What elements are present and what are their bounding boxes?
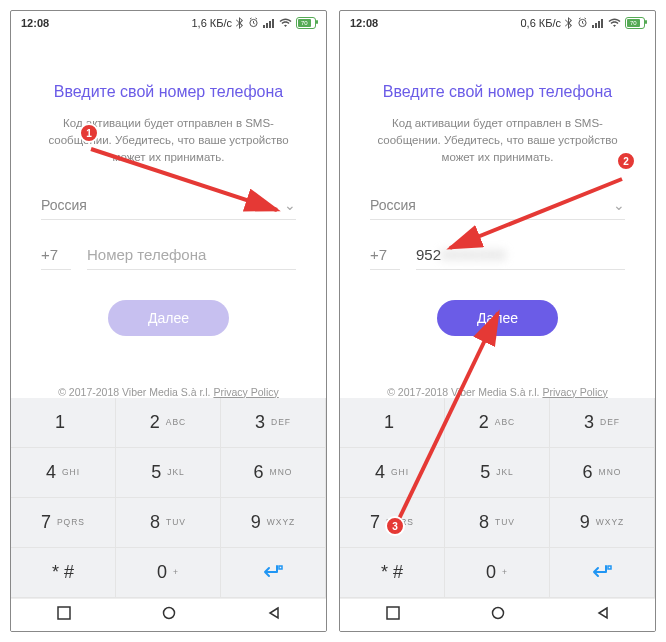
svg-rect-1 bbox=[263, 25, 265, 28]
key-0[interactable]: 0+ bbox=[116, 548, 221, 598]
key-4[interactable]: 4GHI bbox=[11, 448, 116, 498]
country-value: Россия bbox=[370, 197, 416, 213]
status-right: 0,6 КБ/с 70 bbox=[520, 17, 645, 29]
key-7[interactable]: 7PQRS bbox=[11, 498, 116, 548]
wifi-icon bbox=[279, 18, 292, 28]
key-symbols[interactable]: * # bbox=[11, 548, 116, 598]
svg-rect-2 bbox=[266, 23, 268, 28]
key-1[interactable]: 1 bbox=[11, 398, 116, 448]
svg-point-17 bbox=[492, 607, 503, 618]
key-2[interactable]: 2ABC bbox=[116, 398, 221, 448]
phone-screen-1: 12:08 1,6 КБ/с 70 Введите свой номер тел… bbox=[10, 10, 327, 632]
nav-home-icon[interactable] bbox=[162, 606, 176, 624]
key-3[interactable]: 3DEF bbox=[221, 398, 326, 448]
numeric-keypad: 1 2ABC 3DEF 4GHI 5JKL 6MNO 7PQRS 8TUV 9W… bbox=[340, 398, 655, 598]
wifi-icon bbox=[608, 18, 621, 28]
key-0[interactable]: 0+ bbox=[445, 548, 550, 598]
key-enter[interactable] bbox=[221, 548, 326, 598]
nav-back-icon[interactable] bbox=[596, 606, 610, 624]
page-subtitle: Код активации будет отправлен в SMS-сооб… bbox=[41, 115, 296, 167]
key-symbols[interactable]: * # bbox=[340, 548, 445, 598]
annotation-badge-3: 3 bbox=[385, 516, 405, 536]
svg-rect-6 bbox=[279, 566, 282, 569]
key-9[interactable]: 9WXYZ bbox=[550, 498, 655, 548]
privacy-link[interactable]: Privacy Policy bbox=[542, 386, 607, 398]
signal-icon bbox=[592, 18, 604, 28]
key-1[interactable]: 1 bbox=[340, 398, 445, 448]
nav-back-icon[interactable] bbox=[267, 606, 281, 624]
country-value: Россия bbox=[41, 197, 87, 213]
next-button[interactable]: Далее bbox=[437, 300, 558, 336]
key-8[interactable]: 8TUV bbox=[445, 498, 550, 548]
svg-rect-11 bbox=[595, 23, 597, 28]
status-right: 1,6 КБ/с 70 bbox=[191, 17, 316, 29]
key-2[interactable]: 2ABC bbox=[445, 398, 550, 448]
status-bar: 12:08 1,6 КБ/с 70 bbox=[11, 11, 326, 33]
battery-icon: 70 bbox=[625, 17, 645, 29]
key-6[interactable]: 6MNO bbox=[221, 448, 326, 498]
page-subtitle: Код активации будет отправлен в SMS-сооб… bbox=[370, 115, 625, 167]
svg-rect-10 bbox=[592, 25, 594, 28]
numeric-keypad: 1 2ABC 3DEF 4GHI 5JKL 6MNO 7PQRS 8TUV 9W… bbox=[11, 398, 326, 598]
nav-recent-icon[interactable] bbox=[386, 606, 400, 624]
chevron-down-icon: ⌄ bbox=[284, 197, 296, 213]
svg-rect-16 bbox=[387, 607, 399, 619]
svg-rect-12 bbox=[598, 21, 600, 28]
phone-prefix: +7 bbox=[370, 246, 400, 270]
phone-masked: 0000000 bbox=[441, 246, 506, 263]
phone-value: 952 bbox=[416, 246, 441, 263]
phone-screen-2: 12:08 0,6 КБ/с 70 Введите свой номер тел… bbox=[339, 10, 656, 632]
status-bar: 12:08 0,6 КБ/с 70 bbox=[340, 11, 655, 33]
key-9[interactable]: 9WXYZ bbox=[221, 498, 326, 548]
key-5[interactable]: 5JKL bbox=[445, 448, 550, 498]
annotation-badge-2: 2 bbox=[616, 151, 636, 171]
phone-input[interactable]: 9520000000 bbox=[416, 246, 625, 270]
signal-icon bbox=[263, 18, 275, 28]
key-3[interactable]: 3DEF bbox=[550, 398, 655, 448]
svg-rect-15 bbox=[608, 566, 611, 569]
nav-recent-icon[interactable] bbox=[57, 606, 71, 624]
data-rate: 0,6 КБ/с bbox=[520, 17, 561, 29]
bluetooth-icon bbox=[236, 17, 244, 29]
android-navbar bbox=[11, 598, 326, 631]
status-time: 12:08 bbox=[350, 17, 378, 29]
page-title: Введите свой номер телефона bbox=[370, 83, 625, 101]
status-time: 12:08 bbox=[21, 17, 49, 29]
key-enter[interactable] bbox=[550, 548, 655, 598]
page-title: Введите свой номер телефона bbox=[41, 83, 296, 101]
next-button[interactable]: Далее bbox=[108, 300, 229, 336]
android-navbar bbox=[340, 598, 655, 631]
footer-text: © 2017-2018 Viber Media S.à r.l. Privacy… bbox=[41, 386, 296, 398]
phone-placeholder: Номер телефона bbox=[87, 246, 206, 263]
key-6[interactable]: 6MNO bbox=[550, 448, 655, 498]
alarm-icon bbox=[577, 17, 588, 28]
key-8[interactable]: 8TUV bbox=[116, 498, 221, 548]
key-4[interactable]: 4GHI bbox=[340, 448, 445, 498]
svg-rect-4 bbox=[272, 19, 274, 28]
nav-home-icon[interactable] bbox=[491, 606, 505, 624]
chevron-down-icon: ⌄ bbox=[613, 197, 625, 213]
bluetooth-icon bbox=[565, 17, 573, 29]
country-selector[interactable]: Россия ⌄ bbox=[41, 197, 296, 220]
country-selector[interactable]: Россия ⌄ bbox=[370, 197, 625, 220]
battery-icon: 70 bbox=[296, 17, 316, 29]
privacy-link[interactable]: Privacy Policy bbox=[213, 386, 278, 398]
svg-rect-7 bbox=[58, 607, 70, 619]
data-rate: 1,6 КБ/с bbox=[191, 17, 232, 29]
phone-prefix: +7 bbox=[41, 246, 71, 270]
footer-text: © 2017-2018 Viber Media S.à r.l. Privacy… bbox=[370, 386, 625, 398]
svg-rect-3 bbox=[269, 21, 271, 28]
annotation-badge-1: 1 bbox=[79, 123, 99, 143]
phone-input[interactable]: Номер телефона bbox=[87, 246, 296, 270]
svg-point-8 bbox=[163, 607, 174, 618]
svg-rect-13 bbox=[601, 19, 603, 28]
key-5[interactable]: 5JKL bbox=[116, 448, 221, 498]
alarm-icon bbox=[248, 17, 259, 28]
